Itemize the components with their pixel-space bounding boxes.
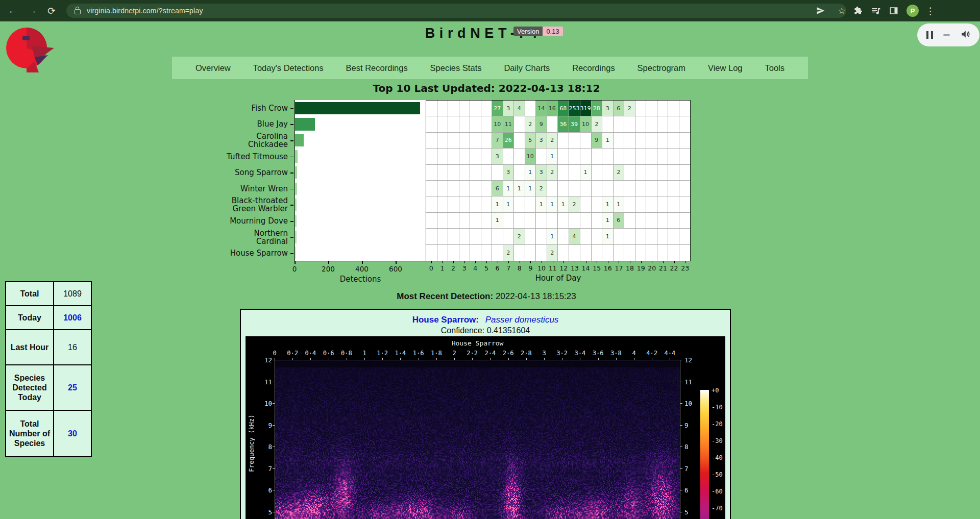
freq-tick-label: 7 <box>684 465 696 473</box>
heatmap-cell <box>426 133 437 149</box>
stats-value: 16 <box>54 330 91 364</box>
stats-value[interactable]: 1006 <box>54 306 91 329</box>
spectrogram-canvas <box>275 360 680 519</box>
time-tick-label: 4·4 <box>665 350 676 357</box>
stats-value[interactable]: 25 <box>54 365 91 410</box>
heatmap-cell <box>614 245 625 261</box>
lock-icon <box>75 9 81 14</box>
version-label: Version <box>513 27 543 36</box>
heatmap-cell <box>547 116 558 132</box>
heatmap-cell <box>580 213 592 229</box>
bar-blue-jay <box>295 118 315 131</box>
stats-value[interactable]: 30 <box>54 411 91 456</box>
freq-tick-label: 12 <box>684 356 696 364</box>
heatmap-cell <box>481 229 493 244</box>
heatmap-cell <box>657 213 669 229</box>
time-tick-label: 4 <box>632 350 635 357</box>
stats-row: Species Detected Today25 <box>6 364 91 410</box>
x-tick-label: 0 <box>292 265 297 273</box>
profile-avatar[interactable]: P <box>906 4 919 18</box>
heatmap-cell <box>437 165 449 181</box>
x-tick <box>362 261 363 264</box>
playlist-icon[interactable] <box>871 4 881 18</box>
version-value: 0.13 <box>543 27 562 36</box>
nav-item-spectrogram[interactable]: Spectrogram <box>638 63 685 73</box>
spectrogram-image[interactable]: House Sparrow Frequency (kHz) 00·20·40·6… <box>246 336 725 519</box>
heatmap-cell <box>514 149 525 164</box>
heatmap-cell <box>536 213 547 229</box>
side-panel-icon[interactable] <box>889 4 898 18</box>
heatmap-cell <box>668 213 679 229</box>
most-recent-label: Most Recent Detection: <box>397 291 493 301</box>
forward-icon[interactable]: → <box>24 0 40 21</box>
heatmap-cell <box>624 165 635 181</box>
time-tick-label: 2·6 <box>503 350 514 357</box>
back-icon[interactable]: ← <box>5 0 20 21</box>
freq-tick <box>680 468 682 469</box>
bar-category-label: Black-throatedGreen Warbler <box>219 197 288 213</box>
nav-item-species-stats[interactable]: Species Stats <box>430 63 482 73</box>
heatmap-cell <box>679 133 691 149</box>
heatmap-cell: 39 <box>569 116 580 132</box>
frequency-axis-label: Frequency (kHz) <box>248 392 255 495</box>
heatmap-cell <box>657 165 669 181</box>
time-tick-label: 1·6 <box>413 350 424 357</box>
bookmark-star-icon[interactable]: ☆ <box>835 0 848 21</box>
seek-bar[interactable] <box>943 34 950 36</box>
address-bar[interactable]: virginia.birdnetpi.com/?stream=play <box>66 4 846 18</box>
stats-label: Total Number of Species <box>6 411 54 456</box>
time-tick-label: 3·8 <box>610 350 622 357</box>
hour-tick-label: 10 <box>537 264 546 272</box>
heatmap-cell <box>602 116 614 132</box>
species-name-link[interactable]: House Sparrow: <box>412 315 479 325</box>
hour-tick-label: 23 <box>681 264 689 272</box>
nav-item-best-recordings[interactable]: Best Recordings <box>346 63 408 73</box>
heatmap-cell: 1 <box>514 181 525 196</box>
freq-tick-label: 12 <box>261 356 272 364</box>
heatmap-cell <box>679 229 691 244</box>
heatmap-cell <box>624 133 635 149</box>
time-tick-label: 2·2 <box>467 350 478 357</box>
heatmap-cell <box>592 245 603 261</box>
url-text[interactable]: virginia.birdnetpi.com/?stream=play <box>87 7 203 15</box>
reload-icon[interactable]: ⟳ <box>44 0 59 21</box>
freq-tick <box>273 468 275 469</box>
heatmap-cell <box>592 229 603 244</box>
bar-mourning-dove <box>295 215 297 228</box>
heatmap-cell <box>646 181 657 196</box>
heatmap-cell <box>470 116 481 132</box>
birdnetpi-page: ← → ⟳ virginia.birdnetpi.com/?stream=pla… <box>0 0 980 519</box>
volume-icon[interactable] <box>960 29 970 41</box>
menu-dots-icon[interactable]: ⋮ <box>925 0 936 21</box>
heatmap-cell <box>679 213 691 229</box>
heatmap-cell: 7 <box>492 133 503 149</box>
bar-category-label: Song Sparrow <box>219 164 288 181</box>
freq-tick <box>273 490 275 490</box>
heatmap-cell <box>668 229 679 244</box>
nav-item-today-s-detections[interactable]: Today's Detections <box>253 63 324 73</box>
extensions-icon[interactable] <box>853 4 863 18</box>
freq-tick <box>273 382 275 382</box>
hour-heatmap: 2734141668253319283621011293639102726532… <box>426 100 691 261</box>
heatmap-cell: 2 <box>569 196 580 212</box>
nav-item-overview[interactable]: Overview <box>195 63 231 73</box>
time-tick <box>454 358 455 360</box>
heatmap-cell <box>514 245 525 261</box>
heatmap-cell <box>470 245 481 261</box>
nav-item-recordings[interactable]: Recordings <box>572 63 615 73</box>
time-tick <box>508 358 509 360</box>
bar-chart-category-labels: Fish CrowBlue JayCarolinaChickadeeTufted… <box>219 100 288 261</box>
confidence-label: Confidence: <box>441 326 484 335</box>
audio-player[interactable] <box>917 23 979 46</box>
send-icon[interactable] <box>816 4 826 18</box>
nav-item-daily-charts[interactable]: Daily Charts <box>504 63 550 73</box>
heatmap-cell <box>646 213 657 229</box>
nav-item-view-log[interactable]: View Log <box>708 63 743 73</box>
heatmap-cell <box>448 229 459 244</box>
heatmap-cell <box>668 196 679 212</box>
heatmap-cell <box>459 213 471 229</box>
nav-item-tools[interactable]: Tools <box>765 63 785 73</box>
time-tick <box>419 358 419 360</box>
pause-button[interactable] <box>926 31 933 39</box>
heatmap-cell: 3 <box>503 165 514 181</box>
